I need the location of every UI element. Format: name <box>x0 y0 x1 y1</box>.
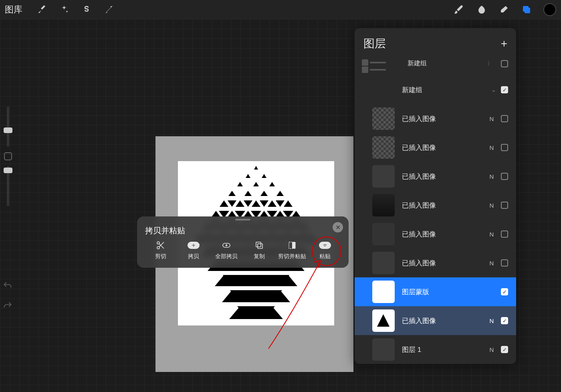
visibility-checkbox[interactable] <box>501 230 508 238</box>
svg-rect-109 <box>256 242 261 247</box>
layer-row-mask-selected[interactable]: 图层蒙版 <box>355 277 516 306</box>
layer-group-collapsed[interactable]: 新建组 〉 <box>355 57 516 75</box>
duplicate-icon <box>254 240 264 251</box>
svg-marker-15 <box>268 200 276 207</box>
add-layer-button[interactable]: + <box>501 38 507 49</box>
toolbar-right <box>448 2 556 18</box>
scissors-icon <box>156 240 165 251</box>
copy-all-button[interactable]: 全部拷贝 <box>210 240 243 260</box>
svg-marker-112 <box>324 244 327 247</box>
cut-and-paste-button[interactable]: 剪切并粘贴 <box>276 240 309 260</box>
visibility-checkbox[interactable] <box>501 173 508 180</box>
visibility-checkbox[interactable] <box>501 259 508 267</box>
copy-paste-popover: ✕ 拷贝并粘贴 剪切 拷贝 全部拷贝 复制 剪切并粘贴 粘贴 <box>137 216 349 268</box>
layer-row[interactable]: 已插入图像 N <box>355 249 516 277</box>
svg-marker-12 <box>220 200 228 207</box>
chevron-right-icon[interactable]: 〉 <box>487 60 493 67</box>
plus-pill-outline-icon <box>222 240 231 251</box>
layer-row[interactable]: 已插入图像 N <box>355 162 516 191</box>
smudge-icon[interactable] <box>474 2 490 18</box>
visibility-checkbox[interactable] <box>501 115 508 122</box>
layer-label: 已插入图像 <box>402 201 485 210</box>
duplicate-button[interactable]: 复制 <box>243 240 276 260</box>
svg-marker-7 <box>269 182 275 186</box>
svg-marker-19 <box>260 200 268 207</box>
undo-redo <box>2 281 13 313</box>
color-picker[interactable] <box>543 3 556 16</box>
copy-button[interactable]: 拷贝 <box>177 240 210 260</box>
top-toolbar: 图库 <box>0 0 561 19</box>
layer-group-expanded[interactable]: 新建组 ⌄ <box>355 75 516 104</box>
visibility-checkbox[interactable] <box>501 346 508 353</box>
settings-wrench-icon[interactable] <box>34 2 50 18</box>
layer-label: 图层蒙版 <box>402 287 485 297</box>
cut-button[interactable]: 剪切 <box>144 240 177 260</box>
layers-icon[interactable] <box>519 2 535 18</box>
blend-mode[interactable]: N <box>486 260 497 267</box>
layer-label: 已插入图像 <box>402 259 485 268</box>
svg-marker-20 <box>276 200 285 207</box>
brush-icon[interactable] <box>451 2 467 18</box>
blend-mode[interactable]: N <box>486 173 497 180</box>
cut-paste-icon <box>287 240 297 251</box>
close-icon[interactable]: ✕ <box>333 222 343 232</box>
svg-rect-1 <box>525 8 530 13</box>
svg-rect-108 <box>258 244 262 249</box>
svg-point-106 <box>157 247 159 249</box>
visibility-checkbox[interactable] <box>501 317 508 324</box>
svg-marker-9 <box>244 191 252 196</box>
adjust-sparkle-icon[interactable] <box>56 2 72 18</box>
svg-marker-2 <box>254 166 258 170</box>
layer-label: 已插入图像 <box>402 114 485 123</box>
layer-row[interactable]: 已插入图像 N <box>355 191 516 220</box>
svg-marker-3 <box>246 174 250 178</box>
svg-marker-16 <box>284 200 293 207</box>
side-sliders <box>0 104 16 208</box>
brush-opacity-slider[interactable] <box>7 166 9 206</box>
layer-thumbnail <box>372 281 395 303</box>
visibility-checkbox[interactable] <box>501 86 508 93</box>
slider-mod-button[interactable] <box>4 152 12 160</box>
layer-thumbnail <box>372 194 395 216</box>
plus-pill-icon <box>188 240 200 251</box>
layer-row[interactable]: 已插入图像 N <box>355 104 516 133</box>
svg-marker-18 <box>244 200 252 207</box>
layer-label: 已插入图像 <box>402 172 485 181</box>
blend-mode[interactable]: N <box>486 231 497 238</box>
transform-arrow-icon[interactable] <box>101 2 117 18</box>
svg-marker-14 <box>252 200 260 207</box>
svg-marker-6 <box>253 182 259 186</box>
layers-panel: 图层 + 新建组 〉 新建组 ⌄ 已插入图像 N <box>355 28 516 364</box>
redo-icon[interactable] <box>2 301 13 313</box>
paste-pill-icon <box>319 240 331 251</box>
layer-row-selected[interactable]: 已插入图像 N <box>355 306 516 335</box>
layer-row[interactable]: 图层 1 N <box>355 335 516 364</box>
blend-mode[interactable]: N <box>486 202 497 209</box>
eraser-icon[interactable] <box>496 2 512 18</box>
paste-button[interactable]: 粘贴 <box>309 240 341 260</box>
layer-thumbnail <box>372 136 395 159</box>
layer-row[interactable]: 已插入图像 N <box>355 220 516 249</box>
layer-row[interactable]: 已插入图像 N <box>355 133 516 162</box>
visibility-checkbox[interactable] <box>501 60 508 67</box>
drag-handle[interactable] <box>235 219 250 220</box>
layers-title: 图层 <box>363 36 386 51</box>
visibility-checkbox[interactable] <box>501 288 508 295</box>
layer-thumbnail <box>372 107 395 130</box>
gallery-button[interactable]: 图库 <box>5 4 22 16</box>
svg-point-105 <box>157 242 159 244</box>
svg-marker-13 <box>236 200 244 207</box>
blend-mode[interactable]: N <box>486 346 497 353</box>
visibility-checkbox[interactable] <box>501 144 508 151</box>
svg-marker-8 <box>228 191 236 196</box>
visibility-checkbox[interactable] <box>501 202 508 209</box>
chevron-down-icon[interactable]: ⌄ <box>491 87 496 93</box>
undo-icon[interactable] <box>2 281 13 293</box>
svg-marker-17 <box>228 200 236 207</box>
layer-thumbnail <box>372 223 395 245</box>
brush-size-slider[interactable] <box>7 107 9 147</box>
blend-mode[interactable]: N <box>486 115 497 122</box>
blend-mode[interactable]: N <box>486 144 497 151</box>
blend-mode[interactable]: N <box>486 317 497 324</box>
selection-s-icon[interactable] <box>79 2 95 18</box>
